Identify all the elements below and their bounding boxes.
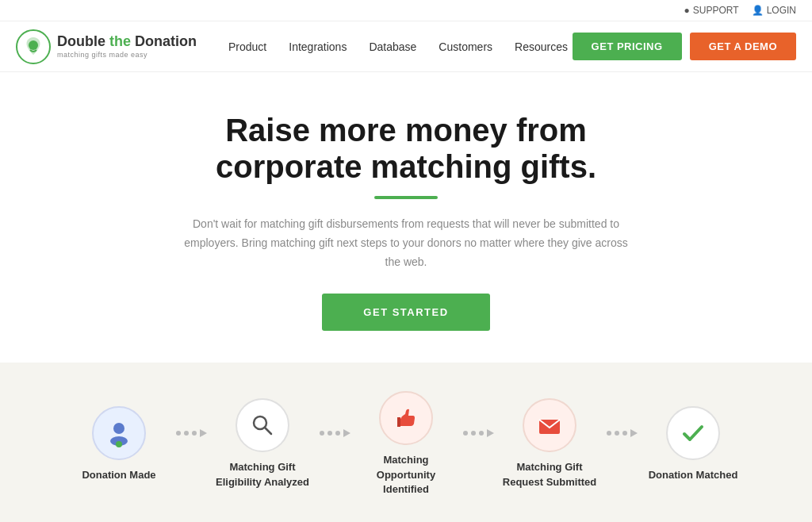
navbar: Double the Donation matching gifts made …	[0, 21, 812, 72]
get-demo-button[interactable]: GET A DEMO	[690, 33, 796, 60]
nav-buttons: GET PRICING GET A DEMO	[573, 33, 796, 60]
flow-step-eligibility: Matching Gift Eligibility Analyzed	[215, 398, 310, 489]
person-svg	[105, 419, 133, 447]
logo[interactable]: Double the Donation matching gifts made …	[16, 29, 197, 64]
mail-svg	[536, 412, 563, 439]
donation-made-icon	[92, 406, 146, 460]
logo-sub: matching gifts made easy	[57, 51, 197, 59]
hero-title: Raise more money from corporate matching…	[216, 112, 596, 185]
get-started-button[interactable]: GET STARTED	[322, 294, 489, 331]
search-svg	[249, 412, 276, 439]
arrow-1	[174, 429, 207, 437]
opportunity-label: Matching Opportunity Identified	[358, 453, 454, 497]
eligibility-label: Matching Gift Eligibility Analyzed	[215, 460, 310, 489]
logo-icon	[16, 29, 51, 64]
get-pricing-button[interactable]: GET PRICING	[573, 33, 682, 60]
donation-made-label: Donation Made	[82, 468, 155, 482]
login-icon: 👤	[752, 5, 764, 16]
flow-step-matched: Donation Matched	[645, 406, 741, 482]
request-icon	[523, 398, 576, 452]
support-icon: ●	[684, 5, 690, 16]
nav-resources[interactable]: Resources	[515, 40, 568, 53]
logo-main: Double the Donation	[57, 33, 197, 51]
top-bar: ● SUPPORT 👤 LOGIN	[0, 0, 812, 21]
nav-product[interactable]: Product	[228, 40, 266, 53]
hero-subtitle: Don't wait for matching gift disbursemen…	[184, 215, 628, 271]
support-link[interactable]: ● SUPPORT	[684, 5, 739, 16]
checkmark-svg	[680, 420, 707, 447]
flow-step-opportunity: Matching Opportunity Identified	[358, 391, 454, 497]
arrow-4	[605, 429, 638, 437]
arrow-2	[318, 429, 350, 437]
matched-icon	[666, 406, 720, 460]
nav-integrations[interactable]: Integrations	[289, 40, 347, 53]
support-label: SUPPORT	[693, 5, 739, 16]
hero-section: Raise more money from corporate matching…	[0, 72, 812, 363]
svg-line-6	[265, 428, 271, 434]
flow-step-request: Matching Gift Request Submitted	[502, 398, 597, 489]
hero-underline	[374, 196, 438, 199]
logo-text: Double the Donation matching gifts made …	[57, 33, 197, 59]
login-label: LOGIN	[767, 5, 796, 16]
thumbup-svg	[393, 405, 419, 432]
matched-label: Donation Matched	[649, 468, 738, 482]
flow-section: Donation Made Matching Gift Eligibility …	[0, 363, 812, 522]
svg-point-1	[29, 40, 38, 50]
svg-point-2	[113, 423, 124, 434]
login-link[interactable]: 👤 LOGIN	[752, 5, 796, 16]
nav-database[interactable]: Database	[369, 40, 416, 53]
request-label: Matching Gift Request Submitted	[502, 460, 597, 489]
eligibility-icon	[236, 398, 289, 452]
opportunity-icon	[379, 391, 433, 445]
arrow-3	[462, 429, 494, 437]
flow-step-donation-made: Donation Made	[71, 406, 167, 482]
nav-links: Product Integrations Database Customers …	[228, 40, 573, 53]
nav-customers[interactable]: Customers	[439, 40, 492, 53]
